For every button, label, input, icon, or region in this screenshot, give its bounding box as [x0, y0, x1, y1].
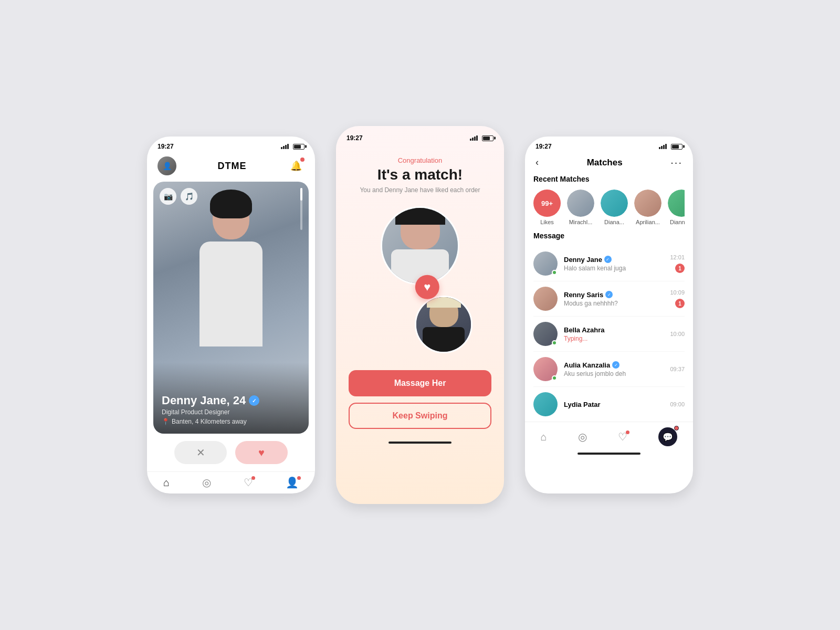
online-indicator-bella: [552, 340, 557, 345]
likes-label: Likes: [540, 219, 554, 225]
msg-preview-aulia: Aku serius jomblo deh: [564, 370, 664, 377]
recent-name-dianna: Dianna...: [670, 219, 685, 225]
recent-match-aprilian[interactable]: Aprilian...: [634, 190, 662, 225]
verified-badge: ✓: [249, 395, 259, 406]
phone-right: 19:27 ‹ Matches ··· Recent Matches 99+ L…: [525, 136, 693, 494]
match-avatars: ♥: [368, 206, 472, 353]
match-screen-content: Congratulation It's a match! You and Den…: [336, 146, 504, 439]
message-list: Denny Jane ✓ Halo salam kenal juga 12:01…: [533, 246, 685, 422]
likes-count-avatar: 99+: [533, 190, 561, 217]
message-item-denny[interactable]: Denny Jane ✓ Halo salam kenal juga 12:01…: [533, 246, 685, 281]
msg-content-denny: Denny Jane ✓ Halo salam kenal juga: [564, 256, 664, 272]
nav-likes-right[interactable]: ♡: [618, 430, 627, 443]
card-scroll: [300, 188, 302, 230]
recent-match-mirachl[interactable]: Mirachl...: [567, 190, 594, 225]
msg-content-aulia: Aulia Kanzalia ✓ Aku serius jomblo deh: [564, 361, 664, 377]
card-profession: Digital Product Designer: [162, 408, 300, 416]
recent-avatar-diana: [601, 190, 628, 217]
app-header-left: 👤 DTME 🔔: [147, 154, 315, 182]
battery-icon-left: [293, 144, 304, 150]
likes-notification-dot: [251, 476, 255, 480]
recent-avatar-mirachl: [567, 190, 594, 217]
nav-home-right[interactable]: ⌂: [541, 431, 547, 443]
msg-time-denny: 12:01: [670, 254, 685, 260]
match-subtitle: You and Denny Jane have liked each order: [360, 186, 480, 194]
nav-chat-right[interactable]: 💬: [658, 427, 677, 446]
message-item-renny[interactable]: Renny Saris ✓ Modus ga nehhhh? 10:09 1: [533, 281, 685, 317]
heart-overlay-icon: ♥: [415, 275, 439, 299]
user-avatar[interactable]: 👤: [158, 156, 176, 175]
msg-name-row-lydia: Lydia Patar: [564, 401, 664, 408]
recent-match-dianna[interactable]: Dianna...: [668, 190, 685, 225]
msg-time-lydia: 09:00: [670, 401, 685, 407]
battery-icon-right: [671, 144, 682, 150]
time-right: 19:27: [536, 143, 552, 150]
nav-likes[interactable]: ♡: [244, 476, 253, 489]
person-silhouette: [178, 197, 284, 381]
recent-matches-label: Recent Matches: [533, 175, 685, 183]
nav-home[interactable]: ⌂: [163, 477, 170, 489]
match-title: It's a match!: [377, 166, 463, 183]
verified-aulia: ✓: [612, 361, 620, 369]
msg-content-renny: Renny Saris ✓ Modus ga nehhhh?: [564, 291, 664, 307]
dislike-button[interactable]: ✕: [174, 441, 227, 464]
message-section-label: Message: [533, 232, 685, 240]
status-icons-center: [470, 135, 494, 141]
nav-profile[interactable]: 👤: [286, 476, 299, 489]
bottom-navigation-left: ⌂ ◎ ♡ 👤: [147, 471, 315, 494]
recent-avatar-aprilian: [634, 190, 662, 217]
home-icon-right: ⌂: [541, 431, 547, 443]
likes-item[interactable]: 99+ Likes: [533, 190, 561, 225]
notification-button[interactable]: 🔔: [288, 158, 304, 174]
compass-icon: ◎: [202, 476, 211, 489]
notification-badge: [300, 158, 304, 162]
match-avatar-person2: [415, 296, 472, 353]
card-person-name: Denny Jane, 24 ✓: [162, 394, 300, 407]
battery-icon-center: [482, 135, 494, 141]
msg-avatar-renny: [533, 287, 558, 311]
keep-swiping-button[interactable]: Keep Swiping: [349, 403, 491, 429]
message-item-lydia-partial[interactable]: Lydia Patar 09:00: [533, 387, 685, 422]
profile-notification-dot: [297, 476, 301, 480]
verified-renny: ✓: [605, 291, 613, 298]
msg-avatar-bella: [533, 322, 558, 346]
status-bar-left: 19:27: [147, 136, 315, 154]
msg-name-renny: Renny Saris: [564, 291, 603, 299]
nav-explore-right[interactable]: ◎: [578, 430, 587, 443]
recent-matches-section: Recent Matches 99+ Likes Mirachl... Dian…: [525, 175, 693, 232]
message-item-bella[interactable]: Bella Azahra Typing... 10:00: [533, 317, 685, 352]
msg-meta-denny: 12:01 1: [670, 254, 685, 273]
recent-matches-row: 99+ Likes Mirachl... Diana... Ap: [533, 190, 685, 225]
msg-content-lydia: Lydia Patar: [564, 401, 664, 408]
nav-explore[interactable]: ◎: [202, 476, 211, 489]
card-background: 📷 🎵 Denny Jane, 24 ✓ Digital Produ: [153, 182, 309, 434]
card-info-overlay: Denny Jane, 24 ✓ Digital Product Designe…: [153, 362, 309, 434]
msg-name-aulia: Aulia Kanzalia: [564, 361, 610, 369]
home-indicator-right: [578, 453, 640, 455]
msg-name-row-aulia: Aulia Kanzalia ✓: [564, 361, 664, 369]
msg-meta-bella: 10:00: [670, 331, 685, 337]
msg-name-bella: Bella Azahra: [564, 326, 605, 334]
back-button[interactable]: ‹: [536, 157, 539, 168]
verified-denny: ✓: [604, 256, 612, 263]
msg-meta-lydia: 09:00: [670, 401, 685, 407]
status-bar-right: 19:27: [525, 136, 693, 154]
more-button[interactable]: ···: [670, 156, 682, 169]
message-section: Message Denny Jane ✓ Halo salam kenal ju…: [525, 232, 693, 422]
time-left: 19:27: [158, 143, 174, 150]
recent-name-mirachl: Mirachl...: [569, 219, 593, 225]
signal-icon-left: [281, 144, 289, 149]
recent-match-diana[interactable]: Diana...: [601, 190, 628, 225]
status-icons-right: [659, 144, 682, 150]
msg-avatar-denny: [533, 251, 558, 276]
status-bar-center: 19:27: [336, 126, 504, 146]
message-item-aulia[interactable]: Aulia Kanzalia ✓ Aku serius jomblo deh 0…: [533, 352, 685, 387]
status-icons-left: [281, 144, 304, 150]
massage-button[interactable]: Massage Her: [349, 370, 491, 396]
like-button[interactable]: ♥: [235, 441, 288, 464]
msg-meta-aulia: 09:37: [670, 366, 685, 372]
time-center: 19:27: [346, 134, 363, 142]
profile-card[interactable]: 📷 🎵 Denny Jane, 24 ✓ Digital Produ: [153, 182, 309, 434]
location-icon: 📍: [162, 418, 170, 425]
camera-icon[interactable]: 📷: [160, 188, 176, 205]
